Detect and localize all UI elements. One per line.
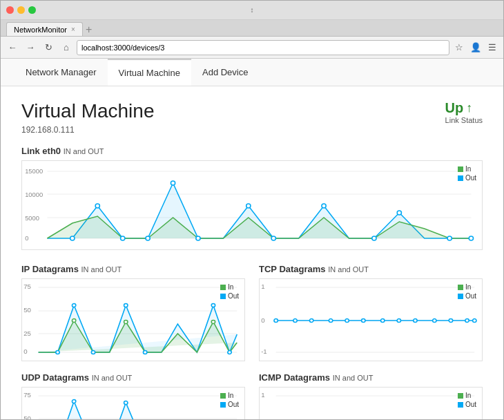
udp-datagrams-title: UDP Datagrams IN and OUT bbox=[21, 372, 245, 383]
bookmark-icon[interactable]: ☆ bbox=[452, 41, 466, 55]
svg-point-16 bbox=[322, 204, 326, 208]
tab-close-icon[interactable]: × bbox=[71, 26, 75, 33]
icmp-legend-out-dot bbox=[458, 402, 463, 408]
tcp-legend-in-dot bbox=[458, 285, 463, 290]
svg-text:0: 0 bbox=[23, 348, 27, 355]
ip-title-bold: IP Datagrams bbox=[21, 264, 79, 274]
svg-point-45 bbox=[274, 319, 278, 323]
ip-datagrams-section: IP Datagrams IN and OUT 75 50 25 0 bbox=[21, 264, 245, 361]
close-traffic-light[interactable] bbox=[6, 6, 14, 14]
udp-legend-in-label: In bbox=[228, 392, 233, 399]
icmp-legend: In Out bbox=[458, 392, 476, 410]
icmp-title-bold: ICMP Datagrams bbox=[259, 372, 330, 383]
udp-legend-out: Out bbox=[220, 401, 239, 408]
udp-legend-in: In bbox=[220, 392, 239, 399]
icmp-title-light: IN and OUT bbox=[333, 374, 374, 382]
svg-text:10000: 10000 bbox=[25, 191, 43, 198]
link-eth0-title-light: IN and OUT bbox=[64, 147, 104, 155]
browser-window: ↕ NetworkMonitor × + ← → ↻ ⌂ ☆ 👤 ☰ Netwo… bbox=[0, 0, 504, 420]
svg-point-49 bbox=[345, 319, 349, 323]
udp-datagrams-section: UDP Datagrams IN and OUT 75 50 25 bbox=[21, 372, 245, 419]
svg-point-57 bbox=[473, 319, 476, 323]
nav-network-manager[interactable]: Network Manager bbox=[14, 59, 108, 86]
nav-virtual-machine[interactable]: Virtual Machine bbox=[108, 59, 191, 86]
browser-toolbar: ← → ↻ ⌂ ☆ 👤 ☰ bbox=[1, 37, 503, 59]
ip-legend: In Out bbox=[220, 283, 239, 301]
svg-text:5000: 5000 bbox=[25, 215, 39, 222]
tcp-legend-out-label: Out bbox=[465, 292, 476, 300]
icmp-legend-in: In bbox=[458, 392, 476, 399]
svg-point-18 bbox=[397, 211, 401, 215]
svg-point-8 bbox=[70, 236, 75, 240]
tab-bar: NetworkMonitor × + bbox=[1, 20, 503, 37]
svg-point-37 bbox=[124, 321, 128, 324]
device-info: Virtual Machine 192.168.0.111 bbox=[21, 100, 154, 135]
window-title-icon: ↕ bbox=[251, 6, 254, 14]
svg-point-19 bbox=[447, 236, 452, 240]
udp-datagrams-chart: 75 50 25 bbox=[21, 387, 245, 419]
link-eth0-title: Link eth0 IN and OUT bbox=[21, 146, 483, 156]
maximize-traffic-light[interactable] bbox=[28, 6, 36, 14]
svg-point-56 bbox=[465, 319, 469, 323]
svg-point-47 bbox=[309, 319, 313, 323]
menu-icon[interactable]: ☰ bbox=[485, 41, 499, 55]
back-button[interactable]: ← bbox=[5, 40, 20, 55]
tcp-legend-out-dot bbox=[458, 294, 463, 299]
title-bar: ↕ bbox=[1, 1, 503, 20]
legend-in-label: In bbox=[465, 165, 471, 173]
legend-in-dot bbox=[458, 166, 463, 172]
svg-point-65 bbox=[72, 400, 75, 403]
svg-point-55 bbox=[449, 319, 452, 323]
svg-point-10 bbox=[121, 236, 125, 240]
svg-point-52 bbox=[397, 319, 400, 323]
extension-icon[interactable]: 👤 bbox=[469, 41, 483, 55]
ip-datagrams-chart: 75 50 25 0 bbox=[21, 278, 245, 361]
svg-point-51 bbox=[380, 319, 384, 323]
tab-title: NetworkMonitor bbox=[14, 26, 67, 34]
svg-point-34 bbox=[211, 304, 215, 307]
refresh-button[interactable]: ↻ bbox=[41, 40, 56, 55]
minimize-traffic-light[interactable] bbox=[17, 6, 25, 14]
address-bar[interactable] bbox=[77, 40, 449, 55]
icmp-legend-in-dot bbox=[458, 393, 463, 399]
link-eth0-title-bold: Link eth0 bbox=[21, 146, 61, 156]
svg-point-38 bbox=[211, 321, 215, 324]
svg-text:0: 0 bbox=[261, 317, 264, 324]
udp-legend-out-dot bbox=[220, 402, 226, 408]
icmp-legend-out: Out bbox=[458, 401, 476, 408]
device-ip: 192.168.0.111 bbox=[21, 125, 154, 135]
ip-datagrams-title: IP Datagrams IN and OUT bbox=[21, 264, 245, 274]
status-block: Up ↑ Link Status bbox=[445, 100, 483, 124]
legend-out-item: Out bbox=[458, 174, 476, 182]
svg-text:75: 75 bbox=[23, 283, 31, 290]
page-header: Virtual Machine 192.168.0.111 Up ↑ Link … bbox=[21, 100, 483, 135]
svg-point-31 bbox=[91, 351, 95, 354]
svg-point-15 bbox=[271, 236, 275, 240]
icmp-datagrams-chart: 1 0 -1 bbox=[259, 387, 483, 419]
icmp-legend-in-label: In bbox=[465, 392, 471, 399]
svg-text:15000: 15000 bbox=[25, 168, 43, 175]
svg-point-13 bbox=[196, 236, 200, 240]
svg-point-14 bbox=[246, 204, 251, 208]
tcp-datagrams-section: TCP Datagrams IN and OUT 1 0 -1 bbox=[259, 264, 483, 361]
tcp-legend-out: Out bbox=[458, 292, 476, 300]
forward-button[interactable]: → bbox=[23, 40, 38, 55]
svg-point-12 bbox=[171, 181, 175, 185]
ip-legend-out: Out bbox=[220, 292, 239, 300]
icmp-datagrams-section: ICMP Datagrams IN and OUT 1 0 -1 bbox=[259, 372, 483, 419]
nav-add-device[interactable]: Add Device bbox=[191, 59, 259, 86]
svg-point-20 bbox=[469, 236, 473, 240]
home-button[interactable]: ⌂ bbox=[59, 40, 74, 55]
status-indicator: Up ↑ bbox=[445, 100, 483, 116]
browser-tab[interactable]: NetworkMonitor × bbox=[6, 22, 83, 36]
new-tab-button[interactable]: + bbox=[86, 23, 92, 36]
main-content: Virtual Machine 192.168.0.111 Up ↑ Link … bbox=[1, 86, 503, 419]
traffic-lights bbox=[6, 6, 36, 14]
svg-text:50: 50 bbox=[23, 415, 31, 419]
udp-icmp-row: UDP Datagrams IN and OUT 75 50 25 bbox=[21, 372, 483, 419]
legend-in-item: In bbox=[458, 165, 476, 173]
svg-point-35 bbox=[228, 351, 231, 354]
app-nav: Network Manager Virtual Machine Add Devi… bbox=[1, 59, 503, 86]
link-eth0-legend: In Out bbox=[458, 165, 476, 183]
svg-text:-1: -1 bbox=[261, 348, 267, 355]
